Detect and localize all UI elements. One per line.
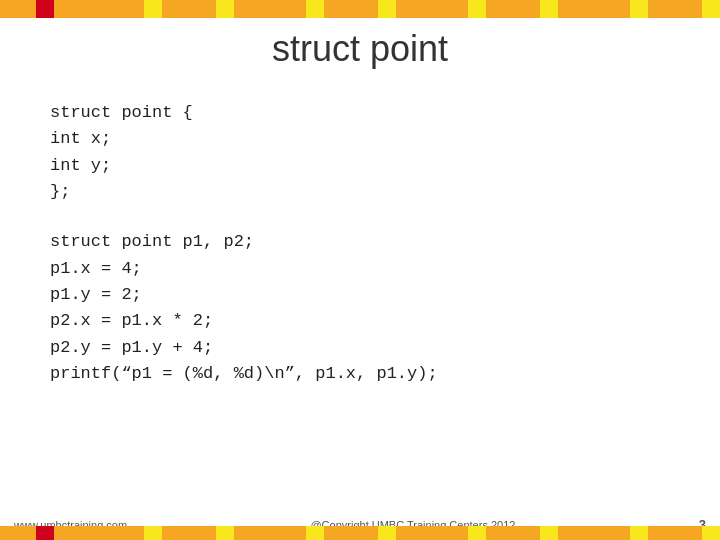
code-block-2: struct point p1, p2;p1.x = 4;p1.y = 2;p2… xyxy=(50,229,670,387)
code-line: int y; xyxy=(50,153,670,179)
code-line: p2.y = p1.y + 4; xyxy=(50,335,670,361)
code-line: printf(“p1 = (%d, %d)\n”, p1.x, p1.y); xyxy=(50,361,670,387)
code-line: p1.y = 2; xyxy=(50,282,670,308)
code-line: struct point p1, p2; xyxy=(50,229,670,255)
code-line: struct point { xyxy=(50,100,670,126)
top-decorative-bar xyxy=(0,0,720,18)
code-block-1: struct point { int x; int y;}; xyxy=(50,100,670,205)
code-line: int x; xyxy=(50,126,670,152)
slide-title: struct point xyxy=(0,28,720,70)
code-area: struct point { int x; int y;}; struct po… xyxy=(50,100,670,387)
code-line: }; xyxy=(50,179,670,205)
bottom-decorative-bar xyxy=(0,526,720,540)
code-line: p1.x = 4; xyxy=(50,256,670,282)
code-line: p2.x = p1.x * 2; xyxy=(50,308,670,334)
